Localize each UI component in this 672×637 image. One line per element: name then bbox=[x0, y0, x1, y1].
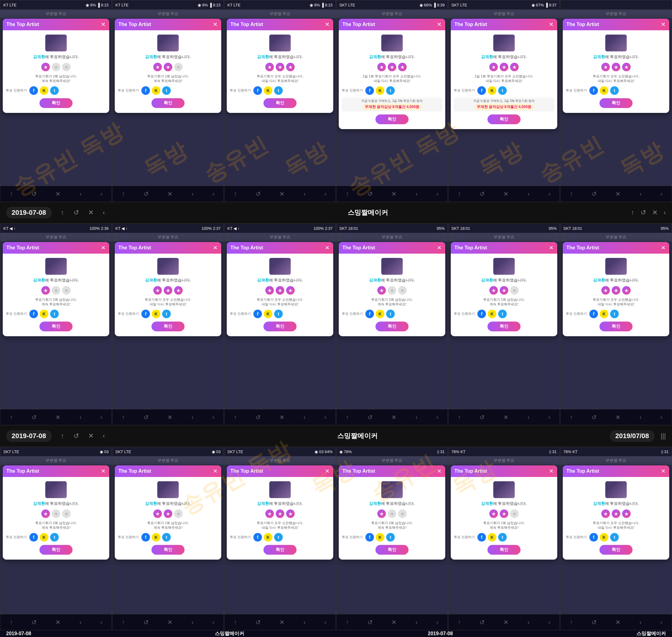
nav-close-icon[interactable]: ✕ bbox=[279, 190, 285, 198]
confirm-button[interactable]: 확인 bbox=[151, 98, 184, 108]
nav-refresh-icon[interactable]: ↺ bbox=[367, 414, 373, 421]
nav-close-icon[interactable]: ✕ bbox=[167, 190, 172, 198]
facebook-share-button[interactable]: f bbox=[365, 310, 374, 318]
kakao-share-button[interactable]: K bbox=[264, 310, 272, 318]
nav-close-icon[interactable]: ✕ bbox=[503, 190, 509, 198]
nav-back-icon[interactable]: ‹ bbox=[528, 190, 530, 197]
nav-refresh-icon[interactable]: ↺ bbox=[479, 619, 485, 626]
twitter-share-button[interactable]: t bbox=[50, 86, 59, 95]
facebook-share-button[interactable]: f bbox=[589, 310, 598, 318]
twitter-share-button[interactable]: t bbox=[162, 86, 171, 95]
confirm-button[interactable]: 확인 bbox=[151, 322, 184, 331]
modal-close-button[interactable]: ✕ bbox=[437, 468, 441, 475]
nav-close-icon-2[interactable]: ✕ bbox=[652, 209, 658, 217]
twitter-share-button[interactable]: t bbox=[498, 86, 507, 95]
nav-forward-icon[interactable]: › bbox=[101, 414, 103, 421]
nav-refresh-icon[interactable]: ↺ bbox=[255, 190, 261, 198]
nav-up-icon[interactable]: ↑ bbox=[234, 619, 237, 626]
nav-close-icon[interactable]: ✕ bbox=[167, 619, 172, 626]
modal-close-button[interactable]: ✕ bbox=[213, 21, 218, 28]
modal-close-button[interactable]: ✕ bbox=[325, 244, 330, 251]
nav-forward-icon[interactable]: › bbox=[324, 619, 327, 626]
confirm-button[interactable]: 확인 bbox=[376, 545, 408, 555]
facebook-share-button[interactable]: f bbox=[141, 533, 150, 542]
twitter-share-button[interactable]: t bbox=[386, 86, 395, 95]
nav-up-icon[interactable]: ↑ bbox=[10, 619, 13, 626]
modal-close-button[interactable]: ✕ bbox=[549, 244, 553, 251]
kakao-share-button[interactable]: K bbox=[264, 86, 272, 95]
twitter-share-button[interactable]: t bbox=[274, 86, 283, 95]
nav-refresh-icon[interactable]: ↺ bbox=[255, 414, 261, 421]
nav-back-icon[interactable]: ‹ bbox=[103, 209, 105, 217]
nav-up-icon[interactable]: ↑ bbox=[122, 190, 125, 197]
modal-close-button[interactable]: ✕ bbox=[661, 21, 666, 28]
nav-back-icon[interactable]: ‹ bbox=[639, 190, 642, 197]
nav-up-icon[interactable]: ↑ bbox=[346, 619, 349, 626]
nav-forward-icon[interactable]: › bbox=[436, 414, 438, 421]
nav-close-icon[interactable]: ✕ bbox=[615, 190, 621, 198]
confirm-button[interactable]: 확인 bbox=[151, 545, 184, 555]
nav-up-icon[interactable]: ↑ bbox=[346, 190, 349, 197]
nav-close-icon[interactable]: ✕ bbox=[503, 619, 509, 626]
nav-back-3[interactable]: ‹ bbox=[103, 432, 105, 440]
confirm-button[interactable]: 확인 bbox=[599, 545, 633, 555]
modal-close-button[interactable]: ✕ bbox=[549, 21, 553, 28]
kakao-share-button[interactable]: K bbox=[376, 310, 384, 318]
nav-back-icon[interactable]: ‹ bbox=[416, 619, 418, 626]
kakao-share-button[interactable]: K bbox=[600, 310, 609, 318]
nav-refresh-icon[interactable]: ↺ bbox=[144, 190, 149, 198]
nav-refresh-icon-2[interactable]: ↺ bbox=[640, 209, 646, 217]
kakao-share-button[interactable]: K bbox=[376, 86, 384, 95]
nav-refresh-icon[interactable]: ↺ bbox=[32, 190, 37, 198]
modal-close-button[interactable]: ✕ bbox=[101, 468, 106, 475]
nav-forward-icon[interactable]: › bbox=[101, 619, 103, 626]
nav-close-3[interactable]: ✕ bbox=[88, 432, 94, 440]
nav-refresh-icon[interactable]: ↺ bbox=[479, 190, 485, 198]
twitter-share-button[interactable]: t bbox=[162, 533, 171, 542]
nav-up-icon[interactable]: ↑ bbox=[570, 414, 573, 421]
nav-up-icon[interactable]: ↑ bbox=[570, 190, 573, 197]
confirm-button[interactable]: 확인 bbox=[39, 545, 73, 555]
kakao-share-button[interactable]: K bbox=[152, 310, 160, 318]
nav-forward-icon[interactable]: › bbox=[436, 619, 438, 626]
nav-close-icon[interactable]: ✕ bbox=[167, 414, 172, 421]
nav-forward-icon[interactable]: › bbox=[660, 414, 662, 421]
nav-refresh-icon[interactable]: ↺ bbox=[144, 619, 149, 626]
kakao-share-button[interactable]: K bbox=[40, 86, 48, 95]
kakao-share-button[interactable]: K bbox=[40, 310, 48, 318]
kakao-share-button[interactable]: K bbox=[264, 533, 272, 542]
twitter-share-button[interactable]: t bbox=[610, 533, 619, 542]
nav-back-icon[interactable]: ‹ bbox=[192, 414, 194, 421]
nav-close-icon[interactable]: ✕ bbox=[279, 414, 285, 421]
twitter-share-button[interactable]: t bbox=[386, 533, 395, 542]
nav-up-3[interactable]: ↑ bbox=[61, 432, 64, 440]
facebook-share-button[interactable]: f bbox=[30, 86, 38, 95]
facebook-share-button[interactable]: f bbox=[477, 86, 486, 95]
nav-refresh-icon[interactable]: ↺ bbox=[479, 414, 485, 421]
nav-up-icon[interactable]: ↑ bbox=[10, 190, 13, 197]
nav-back-icon[interactable]: ‹ bbox=[79, 619, 82, 626]
confirm-button[interactable]: 확인 bbox=[488, 545, 521, 555]
facebook-share-button[interactable]: f bbox=[365, 533, 374, 542]
nav-back-icon[interactable]: ‹ bbox=[639, 619, 642, 626]
nav-forward-icon[interactable]: › bbox=[212, 619, 215, 626]
nav-up-icon-2[interactable]: ↑ bbox=[631, 209, 634, 217]
facebook-share-button[interactable]: f bbox=[253, 310, 262, 318]
nav-back-icon[interactable]: ‹ bbox=[528, 414, 530, 421]
facebook-share-button[interactable]: f bbox=[589, 533, 598, 542]
nav-forward-icon[interactable]: › bbox=[548, 414, 550, 421]
nav-refresh-3[interactable]: ↺ bbox=[73, 432, 79, 440]
nav-up-icon[interactable]: ↑ bbox=[122, 619, 125, 626]
kakao-share-button[interactable]: K bbox=[152, 86, 160, 95]
kakao-share-button[interactable]: K bbox=[40, 533, 48, 542]
modal-close-button[interactable]: ✕ bbox=[661, 468, 666, 475]
nav-up-icon[interactable]: ↑ bbox=[234, 190, 237, 197]
twitter-share-button[interactable]: t bbox=[610, 86, 619, 95]
confirm-button[interactable]: 확인 bbox=[599, 98, 633, 108]
nav-refresh-icon[interactable]: ↺ bbox=[367, 190, 373, 198]
nav-forward-icon[interactable]: › bbox=[548, 619, 550, 626]
nav-refresh-icon[interactable]: ↺ bbox=[592, 414, 597, 421]
nav-back-icon[interactable]: ‹ bbox=[639, 414, 642, 421]
nav-back-icon-2[interactable]: ‹ bbox=[664, 209, 666, 217]
nav-up-icon[interactable]: ↑ bbox=[458, 414, 461, 421]
